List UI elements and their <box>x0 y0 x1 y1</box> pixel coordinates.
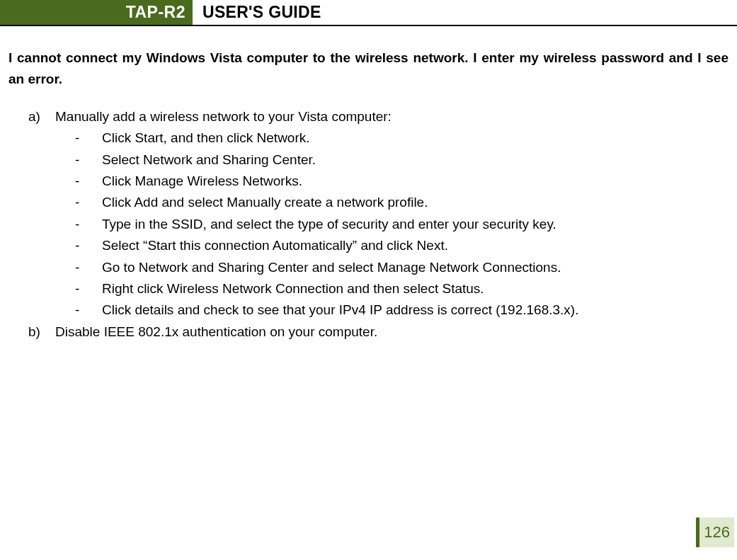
list-marker: b) <box>28 321 55 343</box>
list-item-text: Manually add a wireless network to your … <box>55 106 392 127</box>
list-marker: a) <box>28 106 55 127</box>
list-item-text: Disable IEEE 802.1x authentication on yo… <box>55 321 377 343</box>
list-item: a) Manually add a wireless network to yo… <box>28 106 729 127</box>
sub-item-text: Click details and check to see that your… <box>102 299 578 321</box>
sub-item: - Click Add and select Manually create a… <box>75 192 729 213</box>
sub-item-text: Click Manage Wireless Networks. <box>102 171 302 192</box>
sub-item-text: Right click Wireless Network Connection … <box>102 278 484 299</box>
sub-item: - Go to Network and Sharing Center and s… <box>75 257 729 278</box>
doc-title: USER'S GUIDE <box>193 0 321 25</box>
sub-item: - Select Network and Sharing Center. <box>75 149 729 171</box>
sub-item-text: Go to Network and Sharing Center and sel… <box>102 257 561 278</box>
answer-list: a) Manually add a wireless network to yo… <box>8 106 729 343</box>
sub-item-text: Select “Start this connection Automatica… <box>102 235 448 256</box>
sub-marker: - <box>75 257 102 278</box>
sub-item: - Select “Start this connection Automati… <box>75 235 729 256</box>
sub-item-text: Click Start, and then click Network. <box>102 127 310 149</box>
sub-item-text: Select Network and Sharing Center. <box>102 149 316 171</box>
sub-marker: - <box>75 214 102 235</box>
sub-marker: - <box>75 149 102 171</box>
sub-item: - Right click Wireless Network Connectio… <box>75 278 729 299</box>
sub-marker: - <box>75 127 102 149</box>
page-number: 126 <box>696 518 734 547</box>
sub-item: - Click Start, and then click Network. <box>75 127 729 149</box>
page-header: TAP-R2 USER'S GUIDE <box>0 0 737 26</box>
sub-list: - Click Start, and then click Network. -… <box>28 127 729 321</box>
sub-marker: - <box>75 171 102 192</box>
sub-item: - Click details and check to see that yo… <box>75 299 729 321</box>
sub-item-text: Type in the SSID, and select the type of… <box>102 214 556 235</box>
sub-item: - Type in the SSID, and select the type … <box>75 214 729 235</box>
product-badge: TAP-R2 <box>0 0 193 25</box>
sub-marker: - <box>75 235 102 256</box>
sub-marker: - <box>75 299 102 321</box>
page-content: I cannot connect my Windows Vista comput… <box>0 47 737 343</box>
sub-item: - Click Manage Wireless Networks. <box>75 171 729 192</box>
faq-question: I cannot connect my Windows Vista comput… <box>8 47 729 91</box>
list-item: b) Disable IEEE 802.1x authentication on… <box>28 321 729 343</box>
sub-item-text: Click Add and select Manually create a n… <box>102 192 428 213</box>
sub-marker: - <box>75 278 102 299</box>
sub-marker: - <box>75 192 102 213</box>
